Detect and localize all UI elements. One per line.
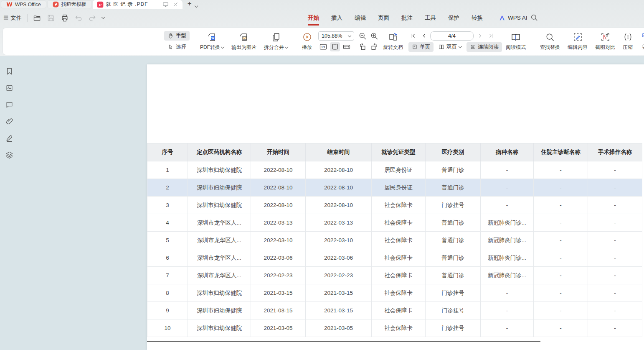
table-row: 5深圳市龙华区人...2022-03-102022-03-10社会保障卡普通门诊… xyxy=(147,232,642,249)
undo-icon[interactable] xyxy=(74,14,83,22)
next-page-button[interactable] xyxy=(475,31,484,41)
open-file-icon[interactable] xyxy=(33,14,41,22)
pdf-convert-button[interactable]: PDF转换 xyxy=(196,32,228,51)
first-page-icon xyxy=(410,33,416,39)
table-row: 6深圳市龙华区人...2022-03-062022-03-06社会保障卡普通门诊… xyxy=(147,249,642,267)
play-button[interactable]: 播放 xyxy=(298,32,316,51)
split-merge-button[interactable]: 拆分合并 xyxy=(260,32,292,51)
table-cell: - xyxy=(588,214,642,232)
export-image-label: 输出为图片 xyxy=(231,44,256,51)
tab-list-chevron-icon[interactable] xyxy=(194,4,198,8)
edit-content-icon xyxy=(573,32,583,42)
last-page-button[interactable] xyxy=(486,31,495,41)
thumbnails-panel-button[interactable] xyxy=(5,84,14,92)
menu-item[interactable]: 编辑 xyxy=(355,14,366,22)
table-cell: - xyxy=(588,232,642,249)
export-image-button[interactable]: 输出为图片 xyxy=(228,32,260,51)
tab-document[interactable]: P 就 医 记 录 .PDF xyxy=(93,0,183,9)
attachments-panel-button[interactable] xyxy=(5,117,14,126)
table-cell: 社会保障卡 xyxy=(372,302,426,319)
file-menu-button[interactable]: ☰ 文件 xyxy=(3,14,22,22)
tab-docer-templates[interactable]: 找稻壳模板 xyxy=(47,0,92,8)
full-translate-button[interactable]: 全文翻译 xyxy=(638,31,644,41)
rotate-document-button[interactable]: 旋转文档 xyxy=(379,32,407,51)
table-cell: 门诊挂号 xyxy=(426,302,481,319)
menu-item[interactable]: 批注 xyxy=(401,14,413,22)
redo-icon[interactable] xyxy=(88,14,96,22)
read-mode-icon xyxy=(511,32,521,42)
table-cell: 2022-03-06 xyxy=(306,249,372,267)
chevron-down-icon xyxy=(459,44,462,48)
menu-search-icon[interactable] xyxy=(530,14,538,21)
table-cell: 深圳市龙华区人... xyxy=(188,267,251,284)
print-icon[interactable] xyxy=(61,14,69,22)
svg-text:P: P xyxy=(99,3,101,7)
table-cell: 深圳市妇幼保健院 xyxy=(188,161,251,179)
table-cell: 社会保障卡 xyxy=(372,249,426,267)
double-page-button[interactable]: 双页 xyxy=(435,42,465,52)
table-cell: 2021-03-15 xyxy=(306,284,372,302)
rotate-right-icon xyxy=(370,43,378,51)
table-cell: - xyxy=(534,161,588,179)
table-cell: 普通门诊 xyxy=(426,179,481,197)
table-body: 1深圳市妇幼保健院2022-08-102022-08-10居民身份证普通门诊--… xyxy=(147,161,642,337)
cursor-icon xyxy=(167,44,174,50)
table-cell: 2022-08-10 xyxy=(306,161,372,179)
single-page-button[interactable]: 单页 xyxy=(408,42,434,52)
screen-share-icon[interactable] xyxy=(162,1,169,8)
zoom-in-button[interactable] xyxy=(369,31,379,41)
table-cell: - xyxy=(588,161,642,179)
menu-item[interactable]: 保护 xyxy=(448,14,459,22)
chevron-down-icon xyxy=(285,45,288,48)
comments-panel-button[interactable] xyxy=(5,100,14,109)
hand-tool-button[interactable]: 手型 xyxy=(164,31,190,41)
table-cell: 1 xyxy=(147,161,188,179)
close-tab-icon[interactable] xyxy=(173,2,178,7)
layers-panel-button[interactable] xyxy=(5,151,14,159)
wps-ai-button[interactable]: WPS AI xyxy=(499,9,527,27)
menu-item[interactable]: 转换 xyxy=(472,14,483,22)
menu-item[interactable]: 页面 xyxy=(378,14,389,22)
rotate-document-label: 旋转文档 xyxy=(383,44,403,51)
select-tool-button[interactable]: 选择 xyxy=(164,42,190,52)
menu-item[interactable]: 工具 xyxy=(425,14,436,22)
continuous-read-button[interactable]: 连续阅读 xyxy=(467,42,502,52)
find-replace-button[interactable]: 查找替换 xyxy=(536,32,564,51)
save-icon[interactable] xyxy=(47,14,55,22)
rotate-left-button[interactable] xyxy=(357,42,368,51)
first-page-button[interactable] xyxy=(408,31,418,41)
read-mode-button[interactable]: 阅读模式 xyxy=(502,32,530,51)
table-cell: 7 xyxy=(147,267,188,284)
table-cell: 居民身份证 xyxy=(372,161,426,179)
menu-item[interactable]: 开始 xyxy=(308,14,319,22)
continuous-read-icon xyxy=(470,44,476,50)
table-cell: 深圳市妇幼保健院 xyxy=(188,302,251,319)
screenshot-compare-button[interactable]: 截图对比 xyxy=(591,32,619,51)
word-translate-button[interactable]: 划词翻译 xyxy=(638,42,644,52)
compress-button[interactable]: 压缩 xyxy=(619,32,636,51)
fit-width-button[interactable] xyxy=(330,42,340,51)
docer-icon xyxy=(53,1,59,8)
quickbar-chevron-icon[interactable] xyxy=(101,15,104,19)
table-row: 4深圳市龙华区人...2022-03-132022-03-13社会保障卡普通门诊… xyxy=(147,214,642,232)
prev-page-button[interactable] xyxy=(419,31,428,41)
zoom-out-button[interactable] xyxy=(357,31,368,41)
zoom-level-select[interactable]: 105.88% xyxy=(318,31,354,41)
page-number-input[interactable]: 4/4 xyxy=(430,31,474,41)
edit-content-button[interactable]: 编辑内容 xyxy=(564,32,591,51)
new-tab-button[interactable]: + xyxy=(188,0,192,8)
table-cell: - xyxy=(534,284,588,302)
rotate-right-button[interactable] xyxy=(369,42,379,51)
table-cell: 门诊挂号 xyxy=(426,284,481,302)
table-cell: - xyxy=(588,267,642,284)
menu-item[interactable]: 插入 xyxy=(331,14,342,22)
tab-wps-home[interactable]: WPS Office xyxy=(1,0,46,8)
tab-label: 找稻壳模板 xyxy=(61,1,86,8)
bookmarks-panel-button[interactable] xyxy=(5,67,14,76)
actual-size-button[interactable] xyxy=(318,42,328,51)
table-cell: 社会保障卡 xyxy=(372,214,426,232)
fit-page-button[interactable] xyxy=(342,42,352,51)
column-header: 住院主诊断名称 xyxy=(534,143,588,161)
signature-panel-button[interactable] xyxy=(5,134,14,143)
fit-page-icon xyxy=(342,43,351,51)
